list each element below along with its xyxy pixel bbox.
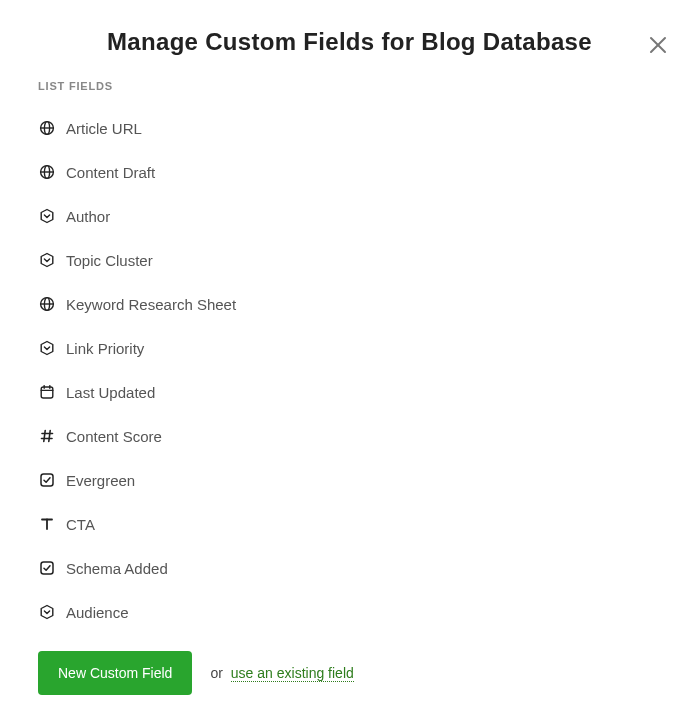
checkbox-icon xyxy=(38,559,56,577)
section-label: LIST FIELDS xyxy=(38,80,699,92)
close-button[interactable] xyxy=(647,34,669,56)
dropdown-icon xyxy=(38,603,56,621)
field-item[interactable]: Last Updated xyxy=(38,370,699,414)
field-item[interactable]: Evergreen xyxy=(38,458,699,502)
dropdown-icon xyxy=(38,339,56,357)
field-item[interactable]: Content Draft xyxy=(38,150,699,194)
field-label: Topic Cluster xyxy=(66,252,153,269)
field-label: Audience xyxy=(66,604,129,621)
field-item[interactable]: Author xyxy=(38,194,699,238)
field-item[interactable]: Schema Added xyxy=(38,546,699,590)
field-label: Content Draft xyxy=(66,164,155,181)
svg-line-18 xyxy=(49,431,50,442)
field-item[interactable]: Link Priority xyxy=(38,326,699,370)
field-item[interactable]: Topic Cluster xyxy=(38,238,699,282)
field-item[interactable]: CTA xyxy=(38,502,699,546)
svg-rect-19 xyxy=(41,474,53,486)
field-label: Author xyxy=(66,208,110,225)
text-icon xyxy=(38,515,56,533)
field-label: Schema Added xyxy=(66,560,168,577)
globe-icon xyxy=(38,119,56,137)
field-item[interactable]: Article URL xyxy=(38,106,699,150)
field-list: Article URL Content Draft Author Topic C… xyxy=(38,106,699,634)
field-label: Last Updated xyxy=(66,384,155,401)
svg-line-17 xyxy=(44,431,45,442)
globe-icon xyxy=(38,163,56,181)
dropdown-icon xyxy=(38,207,56,225)
calendar-icon xyxy=(38,383,56,401)
field-label: CTA xyxy=(66,516,95,533)
or-text: or xyxy=(210,665,222,681)
field-label: Evergreen xyxy=(66,472,135,489)
svg-rect-22 xyxy=(41,562,53,574)
use-existing-field-link[interactable]: use an existing field xyxy=(231,665,354,682)
checkbox-icon xyxy=(38,471,56,489)
field-label: Link Priority xyxy=(66,340,144,357)
new-custom-field-button[interactable]: New Custom Field xyxy=(38,651,192,695)
field-item[interactable]: Audience xyxy=(38,590,699,634)
svg-rect-11 xyxy=(41,387,53,398)
dropdown-icon xyxy=(38,251,56,269)
field-label: Article URL xyxy=(66,120,142,137)
field-label: Content Score xyxy=(66,428,162,445)
field-item[interactable]: Keyword Research Sheet xyxy=(38,282,699,326)
modal-title: Manage Custom Fields for Blog Database xyxy=(107,28,592,56)
globe-icon xyxy=(38,295,56,313)
field-item[interactable]: Content Score xyxy=(38,414,699,458)
hash-icon xyxy=(38,427,56,445)
close-icon xyxy=(647,34,669,56)
field-label: Keyword Research Sheet xyxy=(66,296,236,313)
